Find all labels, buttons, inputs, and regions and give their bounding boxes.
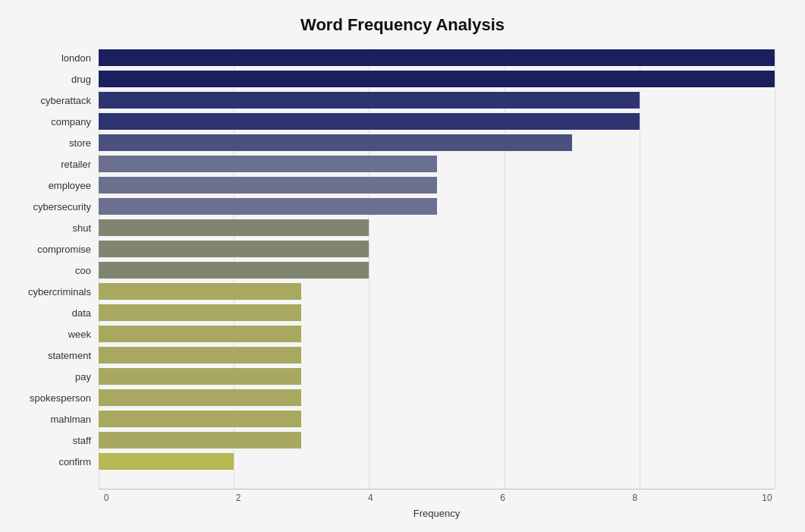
x-tick: 8 [627, 493, 643, 503]
bar-row: coo [99, 261, 775, 279]
bar-row: company [99, 112, 775, 131]
bar [99, 389, 301, 406]
bar [99, 304, 301, 321]
bar [99, 411, 301, 427]
bar-row: mahlman [99, 410, 775, 428]
chart-container: Word Frequency Analysis londondrugcybera… [0, 0, 805, 532]
bar [99, 283, 301, 300]
bar-row: cybersecurity [99, 197, 775, 216]
x-axis: 0246810 Frequency [99, 489, 775, 519]
bar-row: shut [99, 219, 775, 237]
bar-row: spokesperson [99, 389, 775, 407]
grid-line [775, 49, 775, 489]
bar-row: store [99, 134, 775, 152]
bar-row: cyberattack [99, 91, 775, 109]
bar [99, 134, 572, 151]
bar-label: london [15, 52, 99, 64]
bar-label: cybercriminals [15, 286, 99, 297]
bar-row: compromise [99, 240, 775, 258]
bar [99, 432, 301, 449]
bar-label: cybersecurity [15, 201, 99, 212]
bar [99, 241, 369, 257]
bar-label: shut [15, 222, 99, 234]
bar-label: mahlman [15, 414, 99, 425]
bar-row: retailer [99, 155, 775, 173]
bar-label: cyberattack [15, 95, 99, 106]
bar-row: statement [99, 346, 775, 364]
bar-row: employee [99, 176, 775, 194]
bar [99, 177, 437, 194]
bar-row: week [99, 325, 775, 343]
bar-row: data [99, 304, 775, 322]
bar [99, 219, 369, 236]
x-tick: 0 [99, 493, 114, 503]
bar-label: confirm [15, 456, 99, 467]
bar [99, 156, 437, 172]
bar-label: week [15, 329, 99, 340]
bar [99, 347, 301, 364]
bar-row: london [99, 49, 775, 67]
x-tick: 10 [759, 493, 775, 503]
bar-label: compromise [15, 244, 99, 255]
bar-row: staff [99, 431, 775, 449]
x-axis-label: Frequency [99, 508, 775, 519]
bar-label: drug [15, 74, 99, 85]
bar [99, 368, 301, 385]
chart-title: Word Frequency Analysis [30, 15, 775, 35]
bar-label: company [15, 116, 99, 127]
bar-label: statement [15, 350, 99, 361]
bar-label: retailer [15, 159, 99, 170]
bar [99, 453, 234, 470]
bar-label: spokesperson [15, 392, 99, 404]
bar-label: employee [15, 180, 99, 191]
bar [99, 326, 301, 342]
bar [99, 262, 369, 279]
x-tick: 2 [231, 493, 246, 503]
x-tick: 4 [363, 493, 378, 503]
bar [99, 92, 640, 109]
bar-label: staff [15, 435, 99, 446]
bar [99, 113, 640, 130]
bar-label: coo [15, 265, 99, 276]
x-tick: 6 [495, 493, 511, 503]
bar [99, 49, 775, 66]
bar-label: data [15, 307, 99, 319]
bar-row: confirm [99, 452, 775, 471]
bar-label: store [15, 137, 99, 149]
bar-row: drug [99, 70, 775, 88]
bar-row: pay [99, 367, 775, 386]
bars-wrapper: londondrugcyberattackcompanystoreretaile… [99, 49, 775, 489]
bar-label: pay [15, 371, 99, 382]
bar [99, 198, 437, 215]
bar [99, 71, 775, 87]
bar-row: cybercriminals [99, 282, 775, 301]
